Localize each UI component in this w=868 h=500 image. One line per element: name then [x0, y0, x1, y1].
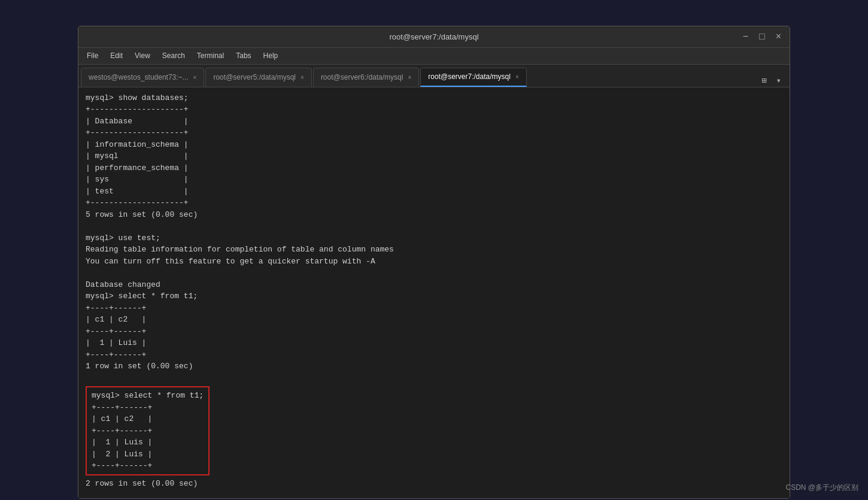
- close-button[interactable]: ×: [772, 31, 785, 43]
- title-bar: root@server7:/data/mysql − □ ×: [78, 26, 790, 48]
- terminal-content[interactable]: mysql> show databases; +----------------…: [78, 87, 790, 498]
- tab-server5-close[interactable]: ×: [301, 74, 304, 81]
- terminal-line: | information_schema |: [86, 139, 782, 151]
- terminal-line: | c1 | c2 |: [92, 413, 204, 425]
- maximize-button[interactable]: □: [755, 31, 769, 43]
- tab-server7[interactable]: root@server7:/data/mysql ×: [420, 68, 526, 87]
- tab-server7-close[interactable]: ×: [515, 74, 519, 80]
- tab-server6-label: root@server6:/data/mysql: [321, 73, 403, 81]
- window-title: root@server7:/data/mysql: [389, 32, 478, 41]
- menu-search[interactable]: Search: [156, 49, 191, 62]
- tabs-bar-end: ⊞ ▾: [758, 74, 787, 87]
- menu-help[interactable]: Help: [257, 49, 284, 62]
- tab-dropdown-button[interactable]: ▾: [773, 74, 785, 87]
- terminal-line: +----+------+: [92, 460, 204, 472]
- terminal-line: | 1 | Luis |: [86, 337, 782, 349]
- terminal-line: mysql> show databases;: [86, 92, 782, 104]
- terminal-line: [86, 372, 782, 384]
- tab-server7-label: root@server7:/data/mysql: [428, 72, 511, 81]
- terminal-line: 2 rows in set (0.00 sec): [86, 478, 782, 490]
- terminal-line: [86, 267, 782, 279]
- new-tab-button[interactable]: ⊞: [758, 74, 770, 87]
- watermark: CSDN @多于少的区别: [785, 483, 858, 493]
- menu-tabs[interactable]: Tabs: [230, 49, 257, 62]
- terminal-line: 5 rows in set (0.00 sec): [86, 209, 782, 221]
- tab-server6[interactable]: root@server6:/data/mysql ×: [313, 68, 419, 87]
- menu-terminal[interactable]: Terminal: [191, 49, 230, 62]
- title-bar-controls: − □ ×: [739, 31, 785, 43]
- terminal-line: +----+------+: [86, 349, 782, 361]
- terminal-line: | mysql |: [86, 150, 782, 162]
- terminal-line: +--------------------+: [86, 127, 782, 139]
- terminal-line: Reading table information for completion…: [86, 244, 782, 256]
- terminal-line: | test |: [86, 186, 782, 198]
- terminal-line: | sys |: [86, 174, 782, 186]
- tab-server5[interactable]: root@server5:/data/mysql ×: [205, 68, 311, 87]
- tab-server6-close[interactable]: ×: [408, 74, 411, 81]
- terminal-line: +----+------+: [92, 425, 204, 437]
- tab-westos[interactable]: westos@westos_student73:~... ×: [81, 68, 204, 87]
- terminal-line: | 1 | Luis |: [92, 437, 204, 449]
- terminal-line: +--------------------+: [86, 197, 782, 209]
- tab-westos-close[interactable]: ×: [193, 74, 197, 81]
- tabs-bar: westos@westos_student73:~... × root@serv…: [78, 65, 790, 87]
- terminal-line: [86, 220, 782, 232]
- terminal-line: Database changed: [86, 279, 782, 291]
- menu-edit[interactable]: Edit: [104, 49, 129, 62]
- highlighted-output-block: mysql> select * from t1; +----+------+ |…: [86, 386, 210, 475]
- minimize-button[interactable]: −: [739, 31, 752, 43]
- menu-view[interactable]: View: [129, 49, 156, 62]
- terminal-line: mysql> select * from t1;: [92, 390, 204, 402]
- terminal-line: | c1 | c2 |: [86, 314, 782, 326]
- menu-bar: File Edit View Search Terminal Tabs Help: [78, 48, 790, 65]
- terminal-line: mysql> use test;: [86, 232, 782, 244]
- terminal-line: 1 row in set (0.00 sec): [86, 360, 782, 372]
- terminal-line: [86, 489, 782, 498]
- terminal-line: | Database |: [86, 116, 782, 128]
- terminal-line: +--------------------+: [86, 104, 782, 116]
- tab-server5-label: root@server5:/data/mysql: [213, 73, 296, 81]
- tab-westos-label: westos@westos_student73:~...: [89, 73, 189, 81]
- terminal-window: root@server7:/data/mysql − □ × File Edit…: [78, 26, 790, 499]
- menu-file[interactable]: File: [81, 49, 104, 62]
- terminal-line: +----+------+: [92, 402, 204, 414]
- terminal-line: | 2 | Luis |: [92, 449, 204, 460]
- terminal-line: mysql> select * from t1;: [86, 290, 782, 302]
- terminal-line: You can turn off this feature to get a q…: [86, 256, 782, 268]
- terminal-line: +----+------+: [86, 302, 782, 314]
- terminal-line: | performance_schema |: [86, 162, 782, 174]
- terminal-line: +----+------+: [86, 326, 782, 338]
